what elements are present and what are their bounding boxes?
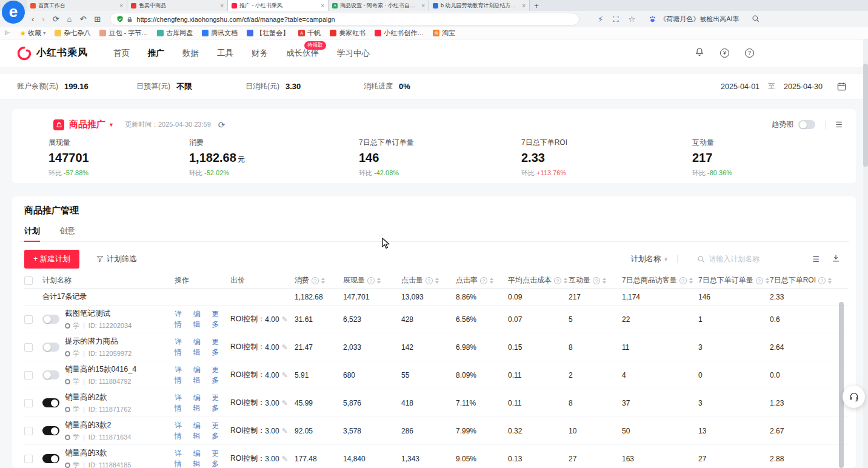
sort-icon[interactable] [435,278,439,284]
edit-bid-icon[interactable]: ✎ [282,371,288,379]
page-scrollbar[interactable] [863,39,868,468]
trend-chart-toggle[interactable] [798,120,815,129]
search-field-selector[interactable]: 计划名称 ∨ [630,254,667,264]
hot-search[interactable]: 《荷塘月色》被检出高AI率 [649,15,739,24]
promo-type-selector[interactable]: 商品推广 [69,119,105,130]
row-checkbox[interactable] [24,315,33,324]
tab-close-icon[interactable]: × [321,2,324,9]
plan-search-input[interactable] [709,255,787,263]
screenshot-icon[interactable]: ⛶ [613,15,618,23]
edit-bid-icon[interactable]: ✎ [282,315,288,324]
home-icon[interactable]: ⌂ [67,15,72,23]
plan-name[interactable]: 销量高的3款 [65,448,131,458]
sort-icon[interactable] [377,278,381,284]
column-settings-icon[interactable]: ☰ [812,255,820,263]
edit-bid-icon[interactable]: ✎ [282,455,288,463]
row-checkbox[interactable] [24,427,33,435]
new-tab-button[interactable]: + [530,0,543,11]
search-icon[interactable] [752,15,760,24]
plan-name[interactable]: 销量高的3款2 [65,420,131,430]
col-engagement[interactable]: 互动量? [569,275,622,286]
nav-tools[interactable]: 工具 [217,48,233,59]
row-checkbox[interactable] [24,371,33,379]
browser-tab[interactable]: A 商品设置 - 阿奇索 · 小红书自动… × [329,0,429,11]
bookmark-item[interactable]: 淘淘宝 [433,28,455,38]
bookmark-item[interactable]: A千帆 [298,28,321,38]
new-plan-button[interactable]: + 新建计划 [24,250,79,269]
col-ctr[interactable]: 点击率? [456,275,508,286]
calendar-icon[interactable] [837,82,846,91]
detail-link[interactable]: 详情 [175,421,189,441]
edit-link[interactable]: 编辑 [193,449,207,468]
help-icon[interactable]: ? [554,277,561,284]
detail-link[interactable]: 详情 [175,449,189,468]
browser-tab-active[interactable]: 推广 - 小红书乘风 × [228,0,329,11]
bookmark-item[interactable]: 腾讯文档 [202,28,238,38]
col-avg-click-cost[interactable]: 平均点击成本? [508,275,569,286]
help-icon[interactable]: ? [480,277,487,284]
edit-bid-icon[interactable]: ✎ [282,343,288,352]
date-range-picker[interactable]: 2025-04-01 至 2025-04-30 [721,81,846,92]
undo-icon[interactable]: ↶ [79,15,86,23]
edit-bid-icon[interactable]: ✎ [282,427,288,435]
download-icon[interactable] [832,254,840,264]
row-checkbox[interactable] [24,343,33,352]
nav-growth-partner[interactable]: 成长伙伴 待领取 [286,48,319,59]
nav-promotion[interactable]: 推广 [148,48,164,59]
col-clicks[interactable]: 点击量? [401,275,456,286]
plan-name[interactable]: 截图笔记测试 [65,309,132,319]
recharge-icon[interactable]: ¥ [720,48,729,58]
detail-link[interactable]: 详情 [175,365,189,386]
edit-link[interactable]: 编辑 [193,365,207,386]
sort-icon[interactable] [321,278,325,284]
forward-icon[interactable]: › [42,15,44,23]
sort-icon[interactable] [689,278,693,284]
select-all-checkbox[interactable] [24,276,33,285]
help-icon[interactable]: ? [756,277,763,284]
date-end[interactable]: 2025-04-30 [784,82,823,91]
nav-learning-center[interactable]: 学习中心 [337,48,370,59]
plan-toggle[interactable] [42,426,59,435]
bookmarks-collapse-icon[interactable]: ⊩ [5,29,11,37]
table-scrollbar-thumb[interactable] [839,302,844,468]
detail-link[interactable]: 详情 [175,393,189,413]
url-field[interactable]: https://chengfeng.xiaohongshu.com/cf/ad/… [110,13,579,25]
bookmark-item[interactable]: 豆包 - 字节… [99,28,148,38]
row-checkbox[interactable] [24,455,33,463]
page-scrollbar-thumb[interactable] [863,64,868,167]
nav-home[interactable]: 首页 [113,48,130,59]
plan-filter-button[interactable]: 计划筛选 [96,254,137,264]
favorites-menu[interactable]: ★ 收藏 ▾ [20,28,46,38]
browser-tab[interactable]: b 幼儿园劳动教育计划总结方案… × [429,0,530,11]
detail-link[interactable]: 详情 [175,309,189,330]
refresh-icon[interactable]: ⟳ [53,15,59,23]
col-7d-roi[interactable]: 7日总下单ROI? [770,275,836,286]
bookmark-item[interactable]: 古厍网盘 [157,28,193,38]
tab-creatives[interactable]: 创意 [59,224,75,241]
row-checkbox[interactable] [24,399,33,407]
plan-toggle[interactable] [42,370,59,379]
plan-name[interactable]: 销量高的2款 [65,392,131,403]
sort-icon[interactable] [603,278,606,284]
edit-link[interactable]: 编辑 [193,393,207,413]
sort-icon[interactable] [828,278,832,284]
sort-icon[interactable] [766,278,769,284]
nav-finance[interactable]: 财务 [252,48,268,59]
refresh-data-icon[interactable]: ⟳ [218,121,225,129]
bookmark-item[interactable]: 小红书创作… [375,28,424,38]
apps-icon[interactable]: ⊞ [94,15,101,23]
tab-plans[interactable]: 计划 [24,224,40,241]
plan-toggle[interactable] [42,343,59,352]
browser-logo-icon[interactable]: e [2,1,25,24]
more-link[interactable]: 更多 [212,421,225,441]
sort-icon[interactable] [564,278,567,284]
help-icon[interactable]: ? [679,277,687,284]
col-7d-visitors[interactable]: 7日总商品访客量? [622,275,698,286]
edit-link[interactable]: 编辑 [193,421,207,441]
col-impressions[interactable]: 展现量? [343,275,401,286]
lightning-icon[interactable]: ⚡ [598,15,603,23]
site-logo[interactable]: 小红书乘风 [17,46,88,61]
plan-name[interactable]: 提示的潜力商品 [65,336,132,347]
plan-toggle[interactable] [42,398,59,407]
edit-link[interactable]: 编辑 [193,309,207,330]
